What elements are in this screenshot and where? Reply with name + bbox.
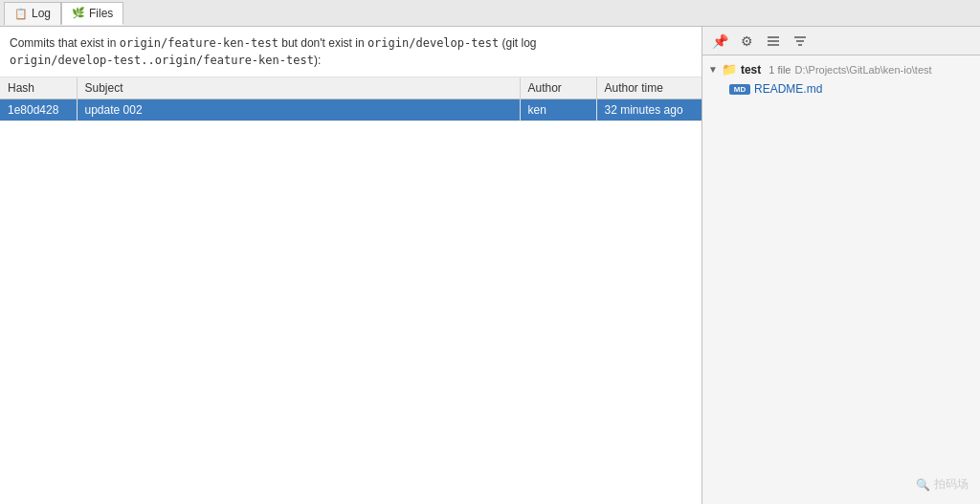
file-name: README.md	[754, 82, 822, 96]
description-line1: Commits that exist in origin/feature-ken…	[10, 36, 537, 50]
right-panel: 📌 ⚙ ▼ 📁 test	[702, 27, 980, 504]
tab-files[interactable]: 🌿 Files	[61, 2, 123, 25]
commits-table-container: Hash Subject Author Author time 1e80d428…	[0, 77, 702, 504]
left-panel: Commits that exist in origin/feature-ken…	[0, 27, 702, 504]
folder-name: test	[741, 63, 761, 77]
files-icon: 🌿	[72, 7, 85, 19]
watermark-text: 拍码场	[934, 476, 969, 493]
filter-button[interactable]	[789, 31, 812, 52]
tab-log-label: Log	[32, 7, 51, 20]
settings-button[interactable]: ⚙	[735, 31, 758, 52]
col-header-author-time: Author time	[596, 77, 702, 99]
watermark-icon: 🔍	[916, 478, 930, 492]
tab-log[interactable]: 📋 Log	[4, 2, 61, 25]
cell-subject: update 002	[77, 99, 520, 121]
cell-hash: 1e80d428	[0, 99, 77, 121]
cell-author-time: 32 minutes ago	[596, 99, 702, 121]
col-header-hash: Hash	[0, 77, 77, 99]
commits-table: Hash Subject Author Author time 1e80d428…	[0, 77, 702, 121]
right-toolbar: 📌 ⚙	[702, 27, 980, 55]
sort-button[interactable]	[762, 31, 785, 52]
tab-files-label: Files	[89, 7, 113, 20]
tree-file-readme[interactable]: MD README.md	[702, 79, 980, 99]
col-header-author: Author	[520, 77, 596, 99]
folder-expand-icon: ▼	[708, 64, 718, 75]
folder-path: D:\Projects\GitLab\ken-io\test	[795, 64, 932, 76]
main-content: Commits that exist in origin/feature-ken…	[0, 27, 980, 504]
table-header-row: Hash Subject Author Author time	[0, 77, 702, 99]
table-row[interactable]: 1e80d428 update 002 ken 32 minutes ago	[0, 99, 702, 121]
cell-author: ken	[520, 99, 596, 121]
col-header-subject: Subject	[77, 77, 520, 99]
pin-button[interactable]: 📌	[708, 31, 731, 52]
folder-icon: 📁	[722, 62, 737, 77]
tab-bar: 📋 Log 🌿 Files	[0, 0, 980, 27]
tree-folder-test[interactable]: ▼ 📁 test 1 file D:\Projects\GitLab\ken-i…	[702, 59, 980, 79]
description-text: Commits that exist in origin/feature-ken…	[0, 27, 702, 77]
log-icon: 📋	[14, 8, 28, 20]
watermark: 🔍 拍码场	[916, 476, 969, 493]
file-type-badge: MD	[729, 84, 750, 95]
description-line2: origin/develop-test..origin/feature-ken-…	[10, 54, 321, 67]
file-tree: ▼ 📁 test 1 file D:\Projects\GitLab\ken-i…	[702, 55, 980, 504]
folder-meta: 1 file	[768, 64, 791, 76]
